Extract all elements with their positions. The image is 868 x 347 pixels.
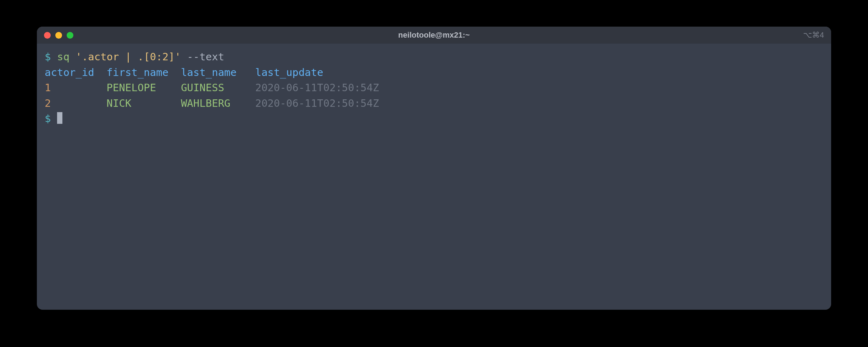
table-header-actor-id: actor_id first_name last_name last_updat… — [45, 66, 323, 78]
title-bar: neilotoole@mx21:~ ⌥⌘4 — [37, 27, 831, 44]
command-flag: --text — [187, 51, 224, 63]
maximize-icon[interactable] — [67, 32, 73, 39]
cell-last-name: GUINESS — [181, 82, 224, 94]
terminal-body[interactable]: $ sq '.actor | .[0:2]' --text actor_id f… — [37, 44, 831, 310]
minimize-icon[interactable] — [55, 32, 62, 39]
prompt-symbol: $ — [45, 51, 51, 63]
terminal-window: neilotoole@mx21:~ ⌥⌘4 $ sq '.actor | .[0… — [37, 27, 831, 310]
command-argument: '.actor | .[0:2]' — [76, 51, 181, 63]
cell-first-name: NICK — [107, 97, 132, 109]
cell-last-update: 2020-06-11T02:50:54Z — [255, 97, 379, 109]
command-executable: sq — [57, 51, 69, 63]
cell-first-name: PENELOPE — [107, 82, 156, 94]
cell-actor-id: 2 — [45, 97, 51, 109]
traffic-lights — [44, 32, 73, 39]
table-row: 1 PENELOPE GUINESS 2020-06-11T02:50:54Z — [45, 82, 379, 94]
cursor-icon — [57, 112, 62, 124]
prompt-symbol: $ — [45, 112, 51, 125]
table-row: 2 NICK WAHLBERG 2020-06-11T02:50:54Z — [45, 97, 379, 109]
cell-actor-id: 1 — [45, 82, 51, 94]
cell-last-name: WAHLBERG — [181, 97, 230, 109]
cell-last-update: 2020-06-11T02:50:54Z — [255, 82, 379, 94]
window-shortcut-indicator: ⌥⌘4 — [803, 31, 824, 40]
window-title: neilotoole@mx21:~ — [398, 31, 470, 40]
close-icon[interactable] — [44, 32, 51, 39]
